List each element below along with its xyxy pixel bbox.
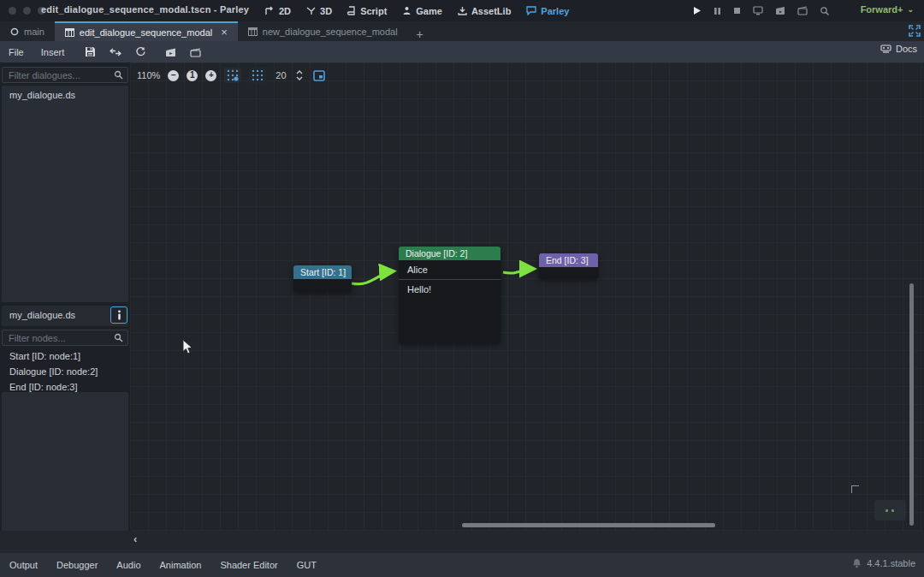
node-body-spacer [399,299,500,343]
notification-bell-icon [852,558,862,568]
graph-node-end[interactable]: End [ID: 3] [539,253,598,279]
snap-distance-stepper[interactable] [296,70,303,80]
editor-main-screen-buttons: 2D 3D Script Game AssetLib Parley [265,0,569,21]
minimap-toggle-button[interactable] [311,68,328,83]
close-window-icon[interactable] [9,7,16,15]
scene-tab-bar: main edit_dialogue_sequence_modal × new_… [0,21,924,41]
scene-tab-edit-dialogue-sequence-modal[interactable]: edit_dialogue_sequence_modal × [55,21,238,41]
zoom-level-label: 110% [137,70,160,80]
parley-speech-bubble-icon [526,6,536,15]
parley-sidebar: my_dialogue.ds my_dialogue.ds Start [ID:… [0,62,130,545]
scene-tab-main[interactable]: main [0,21,55,41]
window-title: edit_dialogue_sequence_modal.tscn - Parl… [41,4,249,15]
bottom-tab-output[interactable]: Output [0,560,47,570]
scene-tab-new-dialogue-sequence-modal[interactable]: new_dialogue_sequence_modal [238,21,408,41]
filter-dialogues-input[interactable] [2,67,128,83]
node-title: End [ID: 3] [539,253,598,267]
snap-toggle-button[interactable] [224,68,241,83]
chevron-down-icon: ⌄ [907,5,914,14]
renderer-dropdown[interactable]: Forward+ ⌄ [861,4,914,15]
assetlib-icon [458,6,467,15]
node-body: Alice Hello! [399,260,500,343]
stop-button[interactable] [733,7,741,15]
dialogue-text: Hello! [399,280,500,299]
minimize-window-icon[interactable] [23,7,31,15]
close-tab-icon[interactable]: × [221,26,228,39]
bottom-tab-audio[interactable]: Audio [107,560,150,570]
tab-game[interactable]: Game [402,6,442,16]
node-list-item-start[interactable]: Start [ID: node:1] [2,348,128,364]
graph-minimap[interactable] [874,500,906,520]
script-icon [347,6,356,15]
play-button[interactable] [693,6,702,15]
panel-grid-icon [65,28,74,37]
selection-corner-marker [851,485,859,493]
zoom-in-button[interactable]: + [205,70,216,81]
movie-writer-button[interactable] [797,6,808,15]
graph-node-start[interactable]: Start [ID: 1] [293,265,352,292]
node-body [293,279,352,292]
godot-editor-window: edit_dialogue_sequence_modal.tscn - Parl… [0,0,924,577]
save-button[interactable] [78,46,103,57]
vertical-scrollbar[interactable] [909,283,914,526]
insert-menu[interactable]: Insert [33,47,74,57]
node-circle-icon [10,27,19,36]
search-icon [114,70,124,80]
test-dialogue-button[interactable] [103,47,128,57]
bottom-tab-gut[interactable]: GUT [287,560,326,570]
refresh-button[interactable] [128,46,153,57]
remote-debug-button[interactable] [753,6,763,15]
3d-icon [306,6,316,15]
profiler-button[interactable] [820,6,830,16]
grid-toggle-button[interactable] [249,68,266,83]
mouse-cursor [182,339,193,355]
playback-controls [693,0,830,21]
add-scene-tab-button[interactable]: + [408,27,432,41]
bottom-dock-bar: Output Debugger Audio Animation Shader E… [0,553,924,577]
bottom-tab-animation[interactable]: Animation [151,560,211,570]
distraction-free-mode-button[interactable] [909,25,921,37]
version-info-button[interactable]: 4.4.1.stable [852,558,915,568]
collapse-sidebar-button[interactable]: ‹ [133,532,137,545]
graph-toolbar: 110% − 1 + 20 [137,68,328,83]
tab-assetlib[interactable]: AssetLib [458,6,511,16]
dialogue-info-button[interactable] [110,306,127,324]
graph-canvas[interactable]: 110% − 1 + 20 [130,62,924,531]
tab-2d[interactable]: 2D [265,6,291,16]
zoom-out-button[interactable]: − [168,70,179,81]
docs-icon [880,44,891,54]
2d-icon [265,6,275,15]
search-icon [114,333,124,343]
dialogue-character: Alice [399,260,500,280]
nodes-list: Start [ID: node:1] Dialogue [ID: node:2]… [2,348,128,390]
snap-distance-value[interactable]: 20 [275,70,286,80]
panel-grid-icon [248,27,258,36]
dialogue-list-item[interactable]: my_dialogue.ds [2,86,128,104]
play-dialogue-clapper-button[interactable] [158,47,183,57]
zoom-reset-button[interactable]: 1 [187,70,198,81]
graph-node-dialogue[interactable]: Dialogue [ID: 2] Alice Hello! [399,247,500,343]
record-dialogue-clapper-button[interactable] [183,47,208,57]
dialogues-list: my_dialogue.ds [2,86,128,302]
node-body [539,267,598,279]
file-menu[interactable]: File [0,47,33,57]
node-title: Start [ID: 1] [293,265,352,279]
filter-nodes-input[interactable] [2,330,128,346]
tab-3d[interactable]: 3D [306,6,332,16]
tab-script[interactable]: Script [347,6,387,16]
node-list-item-dialogue[interactable]: Dialogue [ID: node:2] [2,364,128,379]
title-bar: edit_dialogue_sequence_modal.tscn - Parl… [0,0,924,21]
bottom-tab-shader-editor[interactable]: Shader Editor [210,560,287,570]
node-detail-panel [2,392,128,544]
pause-button[interactable] [714,7,721,15]
node-title: Dialogue [ID: 2] [399,247,500,260]
bottom-tab-debugger[interactable]: Debugger [47,560,107,570]
graph-connections [130,62,924,531]
parley-toolbar: File Insert [0,41,924,62]
tab-parley[interactable]: Parley [526,6,569,16]
window-controls[interactable] [9,7,45,15]
bottom-panel-strip [0,531,924,553]
docs-button[interactable]: Docs [880,44,917,54]
movie-maker-button[interactable] [775,6,785,15]
horizontal-scrollbar[interactable] [462,523,715,527]
